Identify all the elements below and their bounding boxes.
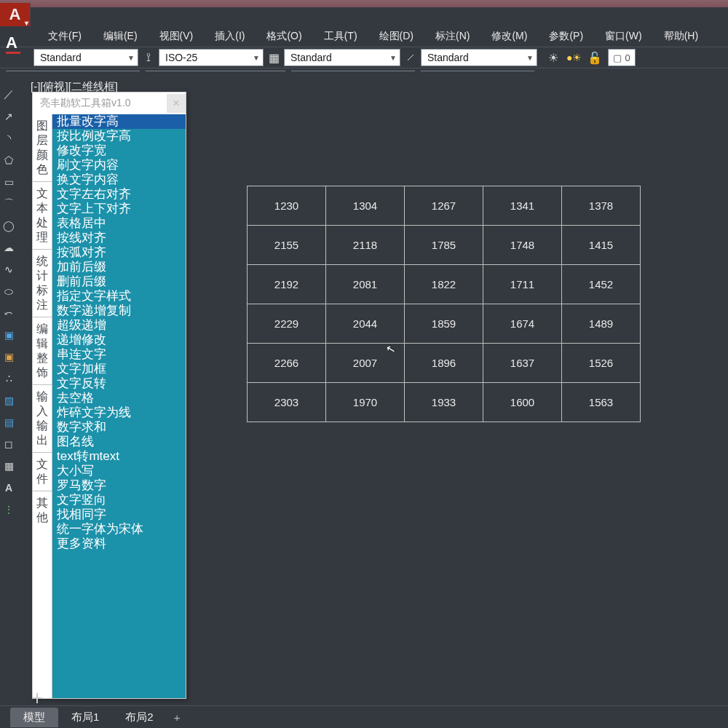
drawing-area[interactable]: ／ ↗ ◝ ⬠ ▭ ⌒ ◯ ☁ ∿ ⬭ ⤺ ▣ ▣ ∴ ▨ ▤ ◻ ▦ A ⋮ … [0,71,728,705]
add-layout-button[interactable]: + [167,708,188,727]
plugin-item-12[interactable]: 指定文字样式 [52,289,186,304]
cell-3-3: 1674 [483,304,562,344]
close-icon[interactable]: × [167,94,186,113]
plugin-item-4[interactable]: 换文字内容 [52,173,186,187]
plugin-title-bar[interactable]: 亮丰勘软工具箱v1.0 × [33,92,186,114]
plugin-item-24[interactable]: 大小写 [52,464,186,478]
line-icon[interactable]: ／ [1,87,16,102]
plugin-item-6[interactable]: 文字上下对齐 [52,202,186,216]
menu-0[interactable]: 文件(F) [38,28,92,44]
menu-8[interactable]: 修改(M) [481,28,537,44]
cell-4-0: 2266 [248,344,326,383]
plugin-item-21[interactable]: 数字求和 [52,420,186,435]
chevron-down-icon: ▼ [523,54,535,62]
ray-icon[interactable]: ↗ [1,109,16,124]
plugin-item-5[interactable]: 文字左右对齐 [52,187,186,202]
cloud-icon[interactable]: ☁ [1,240,16,255]
menu-bar: 文件(F)编辑(E)视图(V)插入(I)格式(O)工具(T)绘图(D)标注(N)… [0,26,728,47]
plugin-tab-4[interactable]: 输 入 输 出 [33,385,52,453]
polygon-icon[interactable]: ⬠ [1,153,16,167]
grad-icon[interactable]: ▤ [1,415,16,430]
ellipse-icon[interactable]: ⬭ [1,284,16,298]
plugin-item-14[interactable]: 超级递增 [52,318,186,333]
menu-2[interactable]: 视图(V) [149,28,204,44]
chevron-down-icon: ▼ [250,54,261,62]
bottom-tab-0[interactable]: 模型 [10,708,58,727]
plugin-item-2[interactable]: 修改字宽 [52,143,186,158]
plugin-item-18[interactable]: 文字反转 [52,376,186,391]
plugin-item-11[interactable]: 删前后缀 [52,274,186,289]
plugin-item-3[interactable]: 刷文字内容 [52,158,186,173]
menu-5[interactable]: 工具(T) [314,28,368,44]
arc-icon[interactable]: ◝ [1,131,16,146]
menu-4[interactable]: 格式(O) [256,28,312,44]
menu-6[interactable]: 绘图(D) [369,28,424,44]
ml-style-dropdown[interactable]: Standard ▼ [421,49,537,66]
menu-7[interactable]: 标注(N) [425,28,480,44]
cell-0-0: 1230 [248,186,326,226]
plugin-tab-1[interactable]: 文 本 处 理 [33,182,52,250]
plugin-item-15[interactable]: 递增修改 [52,333,186,347]
plugin-item-13[interactable]: 数字递增复制 [52,304,186,318]
light-count: 0 [625,52,630,63]
plugin-tab-0[interactable]: 图 层 颜 色 [33,114,52,182]
plugin-item-10[interactable]: 加前后缀 [52,260,186,274]
plugin-item-28[interactable]: 统一字体为宋体 [52,522,186,537]
plugin-item-1[interactable]: 按比例改字高 [52,129,186,143]
plugin-item-9[interactable]: 按弧对齐 [52,245,186,260]
plugin-item-19[interactable]: 去空格 [52,391,186,405]
cell-2-2: 1822 [405,265,483,304]
text-style-dropdown[interactable]: Standard ▼ [33,49,138,66]
plugin-item-23[interactable]: text转mtext [52,449,186,464]
bottom-tab-1[interactable]: 布局1 [58,708,112,727]
text-icon[interactable]: A [1,480,16,495]
plugin-item-29[interactable]: 更多资料 [52,537,186,551]
menu-10[interactable]: 窗口(W) [595,28,652,44]
light-group-icon[interactable]: ☀ [543,48,563,67]
region-icon[interactable]: ◻ [1,437,16,451]
plugin-item-26[interactable]: 文字竖向 [52,493,186,507]
plugin-tab-6[interactable]: 其 他 [33,491,52,698]
plugin-item-17[interactable]: 文字加框 [52,362,186,376]
block-icon[interactable]: ▣ [1,328,16,342]
plugin-tab-3[interactable]: 编 辑 整 饰 [33,317,52,385]
lock-icon[interactable]: 🔓 [585,48,605,67]
dim-style-value: ISO-25 [165,52,197,63]
cell-3-1: 2044 [326,304,405,344]
app-logo[interactable]: A [0,3,31,26]
circle-icon[interactable]: ◯ [1,218,16,233]
cell-0-1: 1304 [326,186,405,226]
spline-icon[interactable]: ∿ [1,262,16,277]
light-icon: ▢ [613,52,622,63]
menu-11[interactable]: 帮助(H) [654,28,708,44]
cell-2-3: 1711 [483,265,562,304]
dim-style-icon[interactable]: ⟟ [138,48,159,67]
ml-style-icon[interactable]: ⟋ [400,48,421,67]
plugin-tab-2[interactable]: 统 计 标 注 [33,250,52,317]
plugin-item-7[interactable]: 表格居中 [52,216,186,231]
table-style-dropdown[interactable]: Standard ▼ [284,49,400,66]
block2-icon[interactable]: ▣ [1,349,16,364]
menu-3[interactable]: 插入(I) [205,28,255,44]
plugin-item-16[interactable]: 串连文字 [52,347,186,362]
plugin-tab-5[interactable]: 文 件 [33,453,52,491]
menu-1[interactable]: 编辑(E) [93,28,148,44]
plugin-item-8[interactable]: 按线对齐 [52,231,186,245]
plugin-item-0[interactable]: 批量改字高 [52,114,186,129]
more-icon[interactable]: ⋮ [1,502,16,517]
point-icon[interactable]: ∴ [1,371,16,386]
table-icon[interactable]: ▦ [1,459,16,473]
table-style-icon[interactable]: ▦ [264,48,284,67]
bottom-tab-2[interactable]: 布局2 [112,708,166,727]
text-style-icon[interactable]: A [6,33,17,52]
plugin-item-20[interactable]: 炸碎文字为线 [52,405,186,420]
hatch-icon[interactable]: ▨ [1,393,16,408]
arc2-icon[interactable]: ⌒ [1,197,16,211]
rect-icon[interactable]: ▭ [1,175,16,189]
plugin-item-22[interactable]: 图名线 [52,435,186,449]
plugin-item-27[interactable]: 找相同字 [52,507,186,522]
menu-9[interactable]: 参数(P) [539,28,593,44]
plugin-item-25[interactable]: 罗马数字 [52,478,186,493]
dim-style-dropdown[interactable]: ISO-25 ▼ [159,49,264,66]
ellarc-icon[interactable]: ⤺ [1,306,16,320]
